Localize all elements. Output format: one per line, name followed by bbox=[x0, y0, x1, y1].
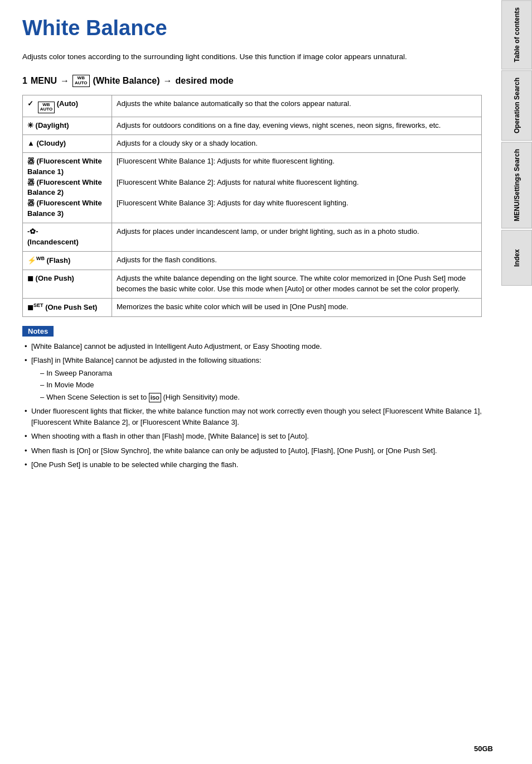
list-item: [White Balance] cannot be adjusted in In… bbox=[22, 341, 482, 352]
tab-index[interactable]: Index bbox=[501, 230, 532, 286]
sidebar: Table of contents Operation Search MENU/… bbox=[501, 0, 532, 764]
cell-label: ▲ (Cloudy) bbox=[27, 139, 66, 147]
table-row: ▲ (Cloudy) Adjusts for a cloudy sky or a… bbox=[23, 135, 482, 153]
arrow-icon-2: → bbox=[163, 76, 172, 86]
intro-paragraph: Adjusts color tones according to the sur… bbox=[22, 51, 482, 63]
table-row: ◼ (One Push) Adjusts the white balance d… bbox=[23, 270, 482, 298]
notes-list: [White Balance] cannot be adjusted in In… bbox=[22, 341, 482, 470]
menu-instruction: 1 MENU → WB AUTO (White Balance) → desir… bbox=[22, 75, 482, 87]
tab-table-of-contents[interactable]: Table of contents bbox=[501, 0, 532, 69]
list-item: In Sweep Panorama bbox=[40, 368, 482, 379]
tab-operation-search[interactable]: Operation Search bbox=[501, 70, 532, 141]
table-cell-description: Adjusts for a cloudy sky or a shady loca… bbox=[112, 135, 482, 153]
table-cell-description: Adjusts the white balance automatically … bbox=[112, 95, 482, 117]
cell-label: ✳ (Daylight) bbox=[27, 121, 69, 129]
white-balance-table: ✓ WB AUTO (Auto) Adjusts the white balan… bbox=[22, 95, 482, 317]
table-cell-description: Adjusts for outdoors conditions on a fin… bbox=[112, 117, 482, 135]
sub-list: In Sweep Panorama In Movie Mode When Sce… bbox=[31, 368, 482, 403]
cell-label-fluor2: 器 (Fluorescent White Balance 2) bbox=[27, 178, 102, 197]
list-item: When shooting with a flash in other than… bbox=[22, 431, 482, 442]
cell-label: ⚡WB (Flash) bbox=[27, 256, 70, 265]
table-row: ✳ (Daylight) Adjusts for outdoors condit… bbox=[23, 117, 482, 135]
iso-icon: iSO bbox=[149, 393, 161, 402]
menu-parens: (White Balance) bbox=[93, 76, 160, 86]
arrow-icon: → bbox=[60, 76, 69, 86]
list-item: When flash is [On] or [Slow Synchro], th… bbox=[22, 445, 482, 457]
page-number: 50GB bbox=[474, 744, 493, 753]
table-cell-icon: -✿-(Incandescent) bbox=[23, 223, 112, 251]
list-item: [One Push Set] is unable to be selected … bbox=[22, 459, 482, 470]
wb-auto-table-icon: WB AUTO bbox=[38, 102, 55, 114]
menu-end: desired mode bbox=[176, 76, 234, 86]
menu-step: 1 bbox=[22, 76, 27, 86]
table-cell-icon: ✳ (Daylight) bbox=[23, 117, 112, 135]
table-cell-icon: ✓ WB AUTO (Auto) bbox=[23, 95, 112, 117]
main-content: White Balance Adjusts color tones accord… bbox=[0, 0, 499, 491]
table-cell-icon: ◼ (One Push) bbox=[23, 270, 112, 298]
cell-label-fluor1: 器 (Fluorescent White Balance 1) bbox=[27, 157, 102, 176]
list-item: Under fluorescent lights that flicker, t… bbox=[22, 406, 482, 427]
notes-section: Notes [White Balance] cannot be adjusted… bbox=[22, 326, 482, 470]
table-row: ⚡WB (Flash) Adjusts for the flash condit… bbox=[23, 251, 482, 270]
cell-label-fluor3: 器 (Fluorescent White Balance 3) bbox=[27, 199, 102, 218]
wb-auto-icon: WB AUTO bbox=[72, 75, 90, 87]
tab-menu-settings-search[interactable]: MENU/Settings Search bbox=[501, 142, 532, 228]
table-cell-description: [Fluorescent White Balance 1]: Adjusts f… bbox=[112, 152, 482, 223]
table-row: -✿-(Incandescent) Adjusts for places und… bbox=[23, 223, 482, 251]
table-cell-description: Adjusts for the flash conditions. bbox=[112, 251, 482, 270]
list-item: [Flash] in [White Balance] cannot be adj… bbox=[22, 355, 482, 402]
table-cell-icon: ◼SET (One Push Set) bbox=[23, 298, 112, 316]
cell-label: (Auto) bbox=[57, 99, 78, 108]
cell-label: -✿-(Incandescent) bbox=[27, 227, 79, 246]
table-cell-icon: 器 (Fluorescent White Balance 1) 器 (Fluor… bbox=[23, 152, 112, 223]
list-item: When Scene Selection is set to iSO (High… bbox=[40, 392, 482, 403]
menu-label: MENU bbox=[31, 76, 57, 86]
list-item: In Movie Mode bbox=[40, 379, 482, 391]
cell-label: ◼SET (One Push Set) bbox=[27, 303, 97, 311]
table-row: 器 (Fluorescent White Balance 1) 器 (Fluor… bbox=[23, 152, 482, 223]
checkmark-icon: ✓ bbox=[27, 99, 33, 108]
table-cell-icon: ▲ (Cloudy) bbox=[23, 135, 112, 153]
notes-label: Notes bbox=[22, 326, 54, 337]
table-row: ◼SET (One Push Set) Memorizes the basic … bbox=[23, 298, 482, 316]
page-title: White Balance bbox=[22, 17, 482, 40]
cell-label: ◼ (One Push) bbox=[27, 274, 74, 282]
table-row: ✓ WB AUTO (Auto) Adjusts the white balan… bbox=[23, 95, 482, 117]
table-cell-description: Adjusts the white balance depending on t… bbox=[112, 270, 482, 298]
table-cell-description: Adjusts for places under incandescent la… bbox=[112, 223, 482, 251]
table-cell-description: Memorizes the basic white color which wi… bbox=[112, 298, 482, 316]
table-cell-icon: ⚡WB (Flash) bbox=[23, 251, 112, 270]
